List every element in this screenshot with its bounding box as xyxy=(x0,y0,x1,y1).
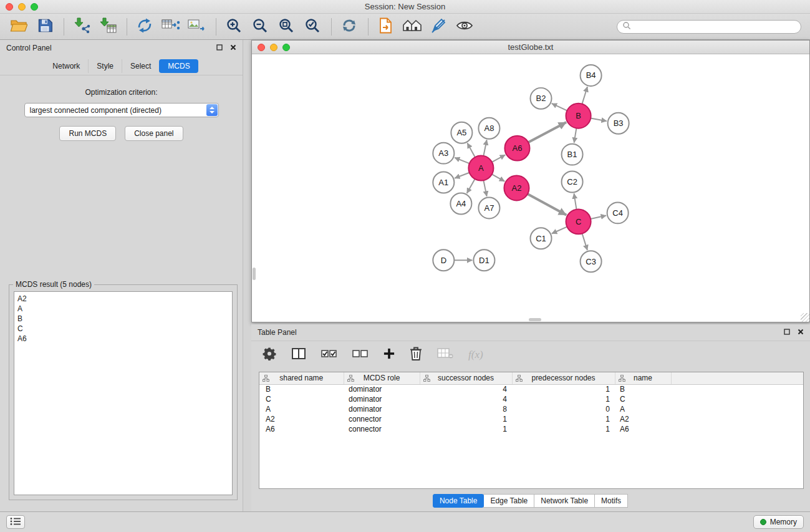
tab-style[interactable]: Style xyxy=(88,59,122,73)
float-table-panel-icon[interactable] xyxy=(784,328,790,337)
edge-B-B4[interactable] xyxy=(582,87,587,104)
zoom-network-window-button[interactable] xyxy=(282,44,290,51)
graph-node-C2[interactable]: C2 xyxy=(562,172,583,193)
panel-list-button[interactable] xyxy=(6,515,25,529)
graph-node-A8[interactable]: A8 xyxy=(478,118,499,139)
import-network-button[interactable] xyxy=(72,17,92,37)
graph-node-C4[interactable]: C4 xyxy=(607,202,629,223)
delete-row-button[interactable] xyxy=(410,346,422,363)
edge-A-A7[interactable] xyxy=(483,180,486,196)
graph-node-C1[interactable]: C1 xyxy=(530,228,551,249)
zoom-selected-button[interactable] xyxy=(302,17,322,37)
graph-node-A7[interactable]: A7 xyxy=(478,197,499,218)
graph-node-B4[interactable]: B4 xyxy=(581,65,602,86)
tab-mcds[interactable]: MCDS xyxy=(159,59,198,73)
search-box[interactable] xyxy=(617,20,801,34)
graph-node-A2[interactable]: A2 xyxy=(504,176,529,201)
mcds-result-list[interactable]: A2ABCA6 xyxy=(14,291,233,495)
clone-network-button[interactable] xyxy=(135,17,155,37)
minimize-network-window-button[interactable] xyxy=(270,44,277,51)
graph-node-A1[interactable]: A1 xyxy=(433,172,454,193)
resize-grip[interactable] xyxy=(801,313,809,322)
graph-node-B2[interactable]: B2 xyxy=(530,88,551,109)
result-item[interactable]: C xyxy=(17,324,229,334)
graph-node-A[interactable]: A xyxy=(468,156,493,181)
network-from-table-button[interactable] xyxy=(161,17,181,37)
horizontal-scrollbar-thumb[interactable] xyxy=(529,318,541,321)
birds-eye-view-button[interactable] xyxy=(455,17,475,37)
result-item[interactable]: B xyxy=(17,314,229,324)
graph-node-B3[interactable]: B3 xyxy=(608,113,629,134)
edge-C-C4[interactable] xyxy=(591,216,606,220)
table-row[interactable]: Bdominator41B xyxy=(259,384,803,394)
table-row[interactable]: A2connector11A2 xyxy=(259,414,803,424)
unselect-all-button[interactable] xyxy=(352,348,369,361)
tab-edge-table[interactable]: Edge Table xyxy=(483,494,534,508)
select-all-button[interactable] xyxy=(321,348,337,361)
edge-A-A3[interactable] xyxy=(455,158,470,163)
zoom-window-button[interactable] xyxy=(31,3,38,11)
edge-A-A8[interactable] xyxy=(483,140,486,156)
graph-node-C[interactable]: C xyxy=(566,209,591,234)
edge-A-A6[interactable] xyxy=(492,155,505,162)
edge-C-C2[interactable] xyxy=(574,193,577,209)
graph-node-A6[interactable]: A6 xyxy=(504,136,529,161)
close-window-button[interactable] xyxy=(6,3,13,11)
minimize-window-button[interactable] xyxy=(18,3,26,11)
graph-node-A3[interactable]: A3 xyxy=(433,143,454,164)
criterion-dropdown[interactable]: largest connected component (directed) xyxy=(24,103,219,117)
edge-A-A2[interactable] xyxy=(492,174,504,181)
column-header-shared-name[interactable]: shared name xyxy=(259,372,344,384)
graph-node-D1[interactable]: D1 xyxy=(473,249,494,271)
edge-B-B1[interactable] xyxy=(574,128,577,142)
edge-C-C3[interactable] xyxy=(582,233,587,250)
tab-select[interactable]: Select xyxy=(122,59,159,73)
graph-node-D[interactable]: D xyxy=(433,249,454,271)
result-item[interactable]: A2 xyxy=(17,294,229,304)
tab-network-table[interactable]: Network Table xyxy=(534,494,595,508)
column-header-successor-nodes[interactable]: successor nodes xyxy=(420,372,512,384)
edge-B-B2[interactable] xyxy=(552,104,567,110)
zoom-in-button[interactable] xyxy=(224,17,244,37)
edge-A2-C[interactable] xyxy=(528,194,566,215)
close-panel-button[interactable]: Close panel xyxy=(125,126,183,141)
add-row-button[interactable] xyxy=(383,348,395,361)
memory-button[interactable]: Memory xyxy=(753,515,804,529)
vertical-scrollbar-thumb[interactable] xyxy=(253,268,256,280)
graph-node-C3[interactable]: C3 xyxy=(581,251,602,272)
tab-node-table[interactable]: Node Table xyxy=(433,494,485,508)
edge-A-A1[interactable] xyxy=(455,173,470,178)
table-row[interactable]: Adominator80A xyxy=(259,404,803,414)
edge-A-A5[interactable] xyxy=(467,143,475,157)
network-canvas[interactable]: AA1A2A3A4A5A6A7A8BB1B2B3B4CC1C2C3C4DD1 xyxy=(252,54,809,322)
edge-A-A4[interactable] xyxy=(467,179,475,193)
close-panel-icon[interactable] xyxy=(230,44,236,52)
float-panel-icon[interactable] xyxy=(216,44,223,52)
edge-C-C1[interactable] xyxy=(552,227,567,234)
graph-node-A4[interactable]: A4 xyxy=(450,193,471,214)
column-header-MCDS-role[interactable]: MCDS role xyxy=(344,372,420,384)
result-item[interactable]: A6 xyxy=(17,334,229,344)
graphics-details-button[interactable] xyxy=(428,17,448,37)
column-header-name[interactable]: name xyxy=(615,372,671,384)
zoom-out-button[interactable] xyxy=(250,17,270,37)
run-mcds-button[interactable]: Run MCDS xyxy=(59,126,116,141)
apply-layout-button[interactable] xyxy=(339,17,359,37)
table-row[interactable]: Cdominator41C xyxy=(259,394,803,404)
result-item[interactable]: A xyxy=(17,304,229,314)
import-table-button[interactable] xyxy=(98,17,118,37)
settings-button[interactable] xyxy=(263,347,276,362)
tab-motifs[interactable]: Motifs xyxy=(594,494,628,508)
search-input[interactable] xyxy=(634,22,796,31)
split-columns-button[interactable] xyxy=(291,347,306,362)
first-neighbors-button[interactable] xyxy=(402,17,422,37)
edge-A6-B[interactable] xyxy=(528,122,566,142)
edge-B-B3[interactable] xyxy=(591,118,607,121)
tab-network[interactable]: Network xyxy=(44,59,88,73)
graph-node-B[interactable]: B xyxy=(566,104,591,128)
column-header-predecessor-nodes[interactable]: predecessor nodes xyxy=(512,372,615,384)
open-session-button[interactable] xyxy=(9,17,29,37)
close-table-panel-icon[interactable] xyxy=(798,328,804,337)
table-row[interactable]: A6connector11A6 xyxy=(259,424,803,434)
export-image-button[interactable] xyxy=(187,17,207,37)
